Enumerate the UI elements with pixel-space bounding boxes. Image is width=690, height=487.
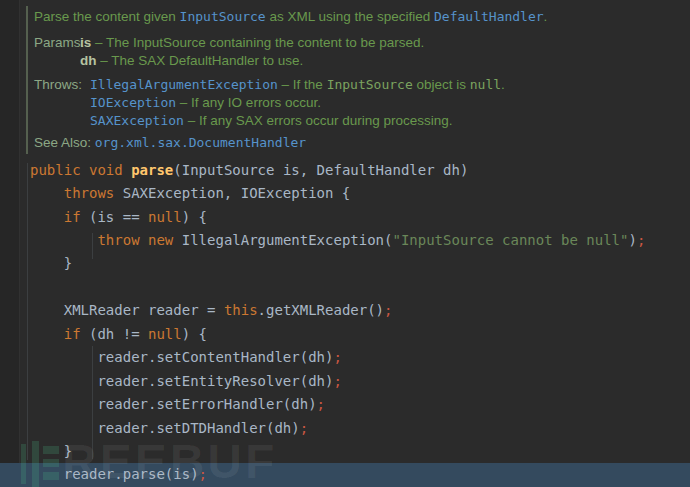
- doc-param-is: is – The InputSource containing the cont…: [80, 35, 424, 50]
- token-cb: InputSource: [180, 9, 266, 24]
- token-pln: }: [30, 255, 72, 271]
- token-kw: this: [224, 302, 258, 318]
- doc-throws-iae: IllegalArgumentException – If the InputS…: [90, 77, 505, 92]
- doc-indent-bar: [26, 6, 28, 154]
- code-line-10[interactable]: reader.setErrorHandler(dh);: [0, 392, 690, 415]
- token-t: – If any SAX errors occur during process…: [184, 113, 453, 128]
- token-cb: DefaultHandler: [434, 9, 544, 24]
- token-kw: if: [64, 326, 81, 342]
- code-line-11[interactable]: reader.setDTDHandler(dh);: [0, 416, 690, 439]
- token-pln: IllegalArgumentException(: [182, 232, 393, 248]
- token-semi: ;: [300, 420, 308, 436]
- token-t: – If any IO errors occur.: [176, 95, 321, 110]
- token-cg: null: [470, 77, 501, 92]
- token-pln: XMLReader reader =: [30, 302, 224, 318]
- token-t: as XML using the specified: [266, 9, 434, 24]
- doc-throws-label: Throws:: [34, 77, 82, 92]
- token-pln: (is ==: [81, 209, 148, 225]
- token-pln: reader.setEntityResolver(dh): [30, 373, 333, 389]
- code-area[interactable]: public void parse(InputSource is, Defaul…: [0, 158, 690, 486]
- token-param: is: [80, 35, 91, 50]
- token-cb: SAXException: [90, 113, 184, 128]
- token-pln: (dh !=: [81, 326, 148, 342]
- code-line-3[interactable]: throw new IllegalArgumentException("Inpu…: [0, 228, 690, 251]
- token-pln: [30, 209, 64, 225]
- token-pln: reader.setDTDHandler(dh): [30, 420, 300, 436]
- code-line-4[interactable]: }: [0, 252, 690, 275]
- token-kw: null: [148, 209, 182, 225]
- token-kw: throws: [64, 185, 115, 201]
- token-pln: [30, 185, 64, 201]
- token-pln: SAXException, IOException {: [114, 185, 350, 201]
- token-t: .: [501, 77, 505, 92]
- token-kw: if: [64, 209, 81, 225]
- token-pln: reader.setContentHandler(dh): [30, 349, 333, 365]
- token-pln: }: [30, 443, 72, 459]
- token-semi: ;: [384, 302, 392, 318]
- token-semi: ;: [637, 232, 645, 248]
- token-pln: [30, 326, 64, 342]
- token-semi: ;: [333, 349, 341, 365]
- token-t: – If the: [278, 77, 327, 92]
- token-pln: [30, 232, 97, 248]
- code-line-7[interactable]: if (dh != null) {: [0, 322, 690, 345]
- token-cb: org.xml.sax.DocumentHandler: [95, 135, 306, 150]
- token-t: object is: [413, 77, 470, 92]
- code-line-5[interactable]: [0, 275, 690, 298]
- token-cb: IOException: [90, 95, 176, 110]
- token-semi: ;: [199, 466, 207, 482]
- token-cg: InputSource: [327, 77, 413, 92]
- token-param: dh: [80, 53, 97, 68]
- doc-see-also: See Also: org.xml.sax.DocumentHandler: [34, 135, 306, 150]
- doc-throws-ioe: IOException – If any IO errors occur.: [90, 95, 321, 110]
- code-line-0[interactable]: public void parse(InputSource is, Defaul…: [0, 158, 690, 181]
- token-lbl: Throws:: [34, 77, 82, 92]
- token-str: "InputSource cannot be null": [392, 232, 628, 248]
- token-semi: ;: [333, 373, 341, 389]
- code-line-12[interactable]: }: [0, 439, 690, 462]
- token-pln: .getXMLReader(): [258, 302, 384, 318]
- doc-params-label: Params:: [34, 35, 84, 50]
- token-cb: IllegalArgumentException: [90, 77, 278, 92]
- token-pln: ): [628, 232, 636, 248]
- token-kw: throw new: [97, 232, 181, 248]
- token-pln: reader.parse(is): [30, 466, 199, 482]
- code-line-6[interactable]: XMLReader reader = this.getXMLReader();: [0, 299, 690, 322]
- token-semi: ;: [317, 396, 325, 412]
- token-t: – The SAX DefaultHandler to use.: [97, 53, 304, 68]
- doc-summary: Parse the content given InputSource as X…: [34, 9, 547, 24]
- token-t: – The InputSource containing the content…: [91, 35, 424, 50]
- token-pln: reader.setErrorHandler(dh): [30, 396, 317, 412]
- token-pln: (InputSource is, DefaultHandler dh): [173, 162, 468, 178]
- token-lbl: See Also:: [34, 135, 95, 150]
- token-method: parse: [131, 162, 173, 178]
- code-line-9[interactable]: reader.setEntityResolver(dh);: [0, 369, 690, 392]
- token-kw: null: [148, 326, 182, 342]
- code-line-1[interactable]: throws SAXException, IOException {: [0, 181, 690, 204]
- token-pln: ) {: [182, 209, 207, 225]
- code-line-8[interactable]: reader.setContentHandler(dh);: [0, 346, 690, 369]
- token-kw: public void: [30, 162, 131, 178]
- token-lbl: Params:: [34, 35, 84, 50]
- code-editor-window: { "editor": { "theme": "darcula-dark", "…: [0, 0, 690, 487]
- token-t: .: [544, 9, 548, 24]
- doc-throws-saxe: SAXException – If any SAX errors occur d…: [90, 113, 453, 128]
- code-line-2[interactable]: if (is == null) {: [0, 205, 690, 228]
- doc-param-dh: dh – The SAX DefaultHandler to use.: [80, 53, 303, 68]
- token-pln: ) {: [182, 326, 207, 342]
- code-line-13[interactable]: reader.parse(is);: [0, 463, 690, 486]
- token-t: Parse the content given: [34, 9, 180, 24]
